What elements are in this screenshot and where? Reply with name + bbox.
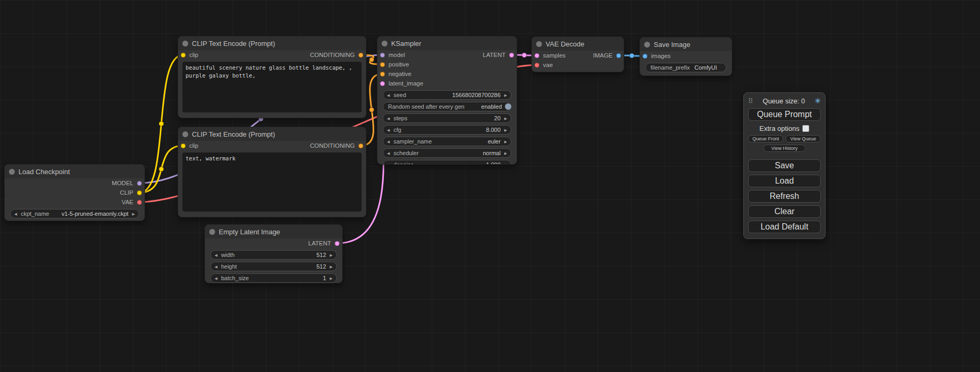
- prompt-textarea[interactable]: beautiful scenery nature glass bottle la…: [182, 62, 362, 112]
- increment-arrow-icon[interactable]: ▶: [504, 140, 507, 144]
- decrement-arrow-icon[interactable]: ◀: [215, 276, 217, 280]
- scheduler-widget[interactable]: ◀ scheduler normal ▶: [383, 148, 511, 158]
- toggle-knob[interactable]: [504, 103, 512, 110]
- collapse-toggle-icon[interactable]: [182, 41, 188, 46]
- height-widget[interactable]: ◀ height 512 ▶: [210, 262, 337, 271]
- steps-widget[interactable]: ◀ steps 20 ▶: [383, 113, 511, 123]
- samples-input-port[interactable]: [535, 53, 539, 58]
- increment-arrow-icon[interactable]: ▶: [330, 276, 333, 280]
- clip-input-port[interactable]: [181, 53, 186, 58]
- decrement-arrow-icon[interactable]: ◀: [215, 265, 217, 269]
- model-input-port[interactable]: [380, 53, 385, 58]
- node-title-bar[interactable]: Load Checkpoint: [5, 165, 144, 178]
- negative-input-port[interactable]: [380, 72, 385, 77]
- latent-output-port[interactable]: [335, 241, 339, 246]
- refresh-button[interactable]: Refresh: [748, 190, 821, 203]
- increment-arrow-icon[interactable]: ▶: [330, 253, 333, 257]
- collapse-toggle-icon[interactable]: [382, 41, 387, 46]
- batch-size-widget[interactable]: ◀ batch_size 1 ▶: [210, 273, 337, 283]
- decrement-arrow-icon[interactable]: ◀: [387, 151, 390, 155]
- collapse-toggle-icon[interactable]: [536, 41, 542, 47]
- load-button[interactable]: Load: [748, 175, 821, 187]
- increment-arrow-icon[interactable]: ▶: [504, 163, 507, 165]
- decrement-arrow-icon[interactable]: ◀: [387, 163, 390, 165]
- queue-prompt-button[interactable]: Queue Prompt: [748, 108, 821, 121]
- denoise-widget[interactable]: ◀ denoise 1.000 ▶: [383, 160, 511, 165]
- seed-widget[interactable]: ◀ seed 156680208700286 ▶: [383, 90, 511, 100]
- widget-value: 512: [316, 252, 326, 258]
- clip-input-port[interactable]: [181, 144, 186, 148]
- increment-arrow-icon[interactable]: ▶: [504, 151, 507, 155]
- comfy-menu-panel[interactable]: ⠿ Queue size: 0 ✳ Queue Prompt Extra opt…: [743, 92, 826, 239]
- conditioning-output-port[interactable]: [358, 144, 363, 148]
- node-title-bar[interactable]: Save Image: [640, 37, 732, 51]
- prompt-textarea[interactable]: text, watermark: [182, 152, 362, 212]
- collapse-toggle-icon[interactable]: [209, 229, 215, 235]
- latent-image-input-port[interactable]: [380, 81, 385, 86]
- widget-value: 156680208700286: [452, 92, 501, 98]
- output-label: VAE: [122, 199, 133, 205]
- node-title-bar[interactable]: KSampler: [377, 36, 517, 50]
- vae-input-port[interactable]: [535, 63, 539, 68]
- decrement-arrow-icon[interactable]: ◀: [14, 212, 17, 216]
- image-output-port[interactable]: [616, 53, 621, 58]
- random-seed-toggle-widget[interactable]: Random seed after every gen enabled: [383, 102, 511, 111]
- increment-arrow-icon[interactable]: ▶: [132, 212, 135, 216]
- filename-prefix-widget[interactable]: filename_prefix ComfyUI: [645, 63, 726, 72]
- collapse-toggle-icon[interactable]: [644, 42, 650, 47]
- increment-arrow-icon[interactable]: ▶: [504, 128, 507, 132]
- cfg-widget[interactable]: ◀ cfg 8.000 ▶: [383, 125, 511, 135]
- widget-value: ComfyUI: [694, 64, 717, 71]
- input-slot-positive: positive: [377, 60, 517, 69]
- view-history-button[interactable]: View History: [763, 145, 806, 152]
- conditioning-output-port[interactable]: [358, 53, 363, 58]
- node-clip-text-encode-negative[interactable]: CLIP Text Encode (Prompt) clip CONDITION…: [178, 127, 366, 217]
- widget-value: 1.000: [486, 161, 501, 165]
- vae-output-port[interactable]: [137, 200, 142, 205]
- decrement-arrow-icon[interactable]: ◀: [215, 253, 217, 257]
- node-load-checkpoint[interactable]: Load Checkpoint MODEL CLIP VAE ◀ ckpt_na…: [4, 164, 145, 221]
- node-title-bar[interactable]: VAE Decode: [532, 37, 624, 51]
- increment-arrow-icon[interactable]: ▶: [504, 93, 507, 97]
- clear-button[interactable]: Clear: [748, 205, 821, 218]
- node-title-bar[interactable]: Empty Latent Image: [205, 225, 342, 239]
- decrement-arrow-icon[interactable]: ◀: [387, 117, 390, 120]
- input-slot-latent-image: latent_image: [377, 79, 517, 88]
- input-label: positive: [389, 61, 409, 68]
- drag-handle-icon[interactable]: ⠿: [748, 97, 753, 105]
- load-default-button[interactable]: Load Default: [748, 221, 821, 233]
- decrement-arrow-icon[interactable]: ◀: [387, 128, 390, 132]
- ckpt-name-widget[interactable]: ◀ ckpt_name v1-5-pruned-emaonly.ckpt ▶: [10, 209, 139, 218]
- model-output-port[interactable]: [137, 181, 142, 186]
- input-label: images: [651, 53, 671, 59]
- view-queue-button[interactable]: View Queue: [785, 135, 821, 142]
- collapse-toggle-icon[interactable]: [9, 169, 15, 175]
- positive-input-port[interactable]: [380, 62, 385, 67]
- node-vae-decode[interactable]: VAE Decode samples IMAGE vae: [531, 36, 624, 72]
- widget-label: ckpt_name: [21, 211, 49, 217]
- collapse-toggle-icon[interactable]: [182, 131, 188, 137]
- node-clip-text-encode-positive[interactable]: CLIP Text Encode (Prompt) clip CONDITION…: [178, 36, 366, 118]
- increment-arrow-icon[interactable]: ▶: [330, 265, 333, 269]
- node-empty-latent-image[interactable]: Empty Latent Image LATENT ◀ width 512 ▶ …: [205, 224, 343, 283]
- node-title-bar[interactable]: CLIP Text Encode (Prompt): [178, 127, 366, 141]
- clip-output-port[interactable]: [137, 190, 142, 195]
- increment-arrow-icon[interactable]: ▶: [504, 117, 507, 120]
- node-graph-canvas[interactable]: Load Checkpoint MODEL CLIP VAE ◀ ckpt_na…: [0, 0, 980, 372]
- input-slot-images: images: [640, 51, 732, 61]
- node-title-bar[interactable]: CLIP Text Encode (Prompt): [178, 36, 366, 50]
- settings-gear-icon[interactable]: ✳: [814, 97, 821, 105]
- images-input-port[interactable]: [643, 54, 647, 59]
- extra-options-checkbox[interactable]: [802, 125, 809, 132]
- latent-output-port[interactable]: [509, 53, 514, 58]
- width-widget[interactable]: ◀ width 512 ▶: [210, 250, 337, 260]
- decrement-arrow-icon[interactable]: ◀: [387, 140, 390, 144]
- sampler-name-widget[interactable]: ◀ sampler_name euler ▶: [383, 137, 511, 146]
- queue-front-button[interactable]: Queue Front: [748, 135, 783, 142]
- widget-value: 20: [494, 115, 500, 121]
- node-save-image[interactable]: Save Image images filename_prefix ComfyU…: [639, 37, 732, 76]
- node-ksampler[interactable]: KSampler model LATENT positive negative …: [377, 36, 517, 165]
- decrement-arrow-icon[interactable]: ◀: [387, 93, 390, 97]
- output-label: CONDITIONING: [310, 52, 355, 58]
- save-button[interactable]: Save: [748, 159, 821, 172]
